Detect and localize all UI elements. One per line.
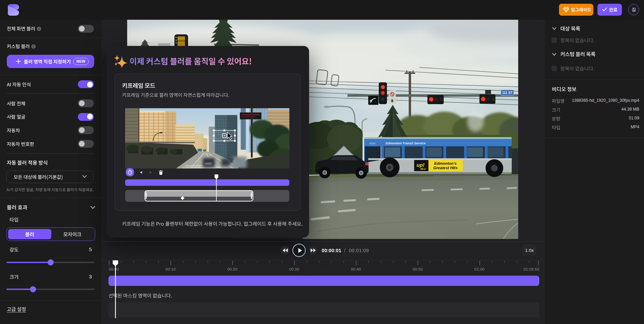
svg-text:Edmonton's: Edmonton's — [434, 161, 457, 165]
svg-text:111 ST: 111 ST — [502, 91, 512, 95]
svg-text:up!: up! — [417, 162, 424, 168]
svg-text:Greatest Hits: Greatest Hits — [433, 166, 458, 170]
svg-text:Edmonton Transit Service: Edmonton Transit Service — [386, 141, 426, 145]
svg-text:99.3: 99.3 — [420, 167, 426, 171]
svg-text:4293: 4293 — [369, 142, 375, 145]
